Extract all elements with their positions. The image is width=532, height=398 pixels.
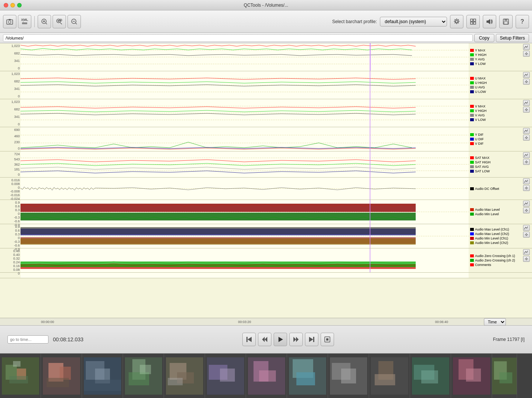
timeline-labels: 00:00:00 00:03:20 00:06:40 [21, 320, 469, 324]
skip-start-button[interactable] [242, 333, 256, 346]
audio-zero-chart-icon[interactable] [523, 249, 530, 255]
export-button[interactable] [321, 333, 334, 346]
goto-input[interactable] [7, 335, 48, 344]
u-channel-chart: 1,023 682 341 0 U MAX U HI [0, 71, 532, 99]
sat-settings-btn[interactable] [523, 159, 530, 165]
zoom-out-button[interactable] [67, 15, 81, 28]
thumbnail-13[interactable] [492, 354, 517, 398]
thumbnail-11[interactable] [410, 354, 451, 398]
svg-line-12 [60, 22, 62, 24]
y-channel-controls [521, 43, 532, 71]
svg-rect-163 [375, 374, 395, 385]
help-button[interactable]: ? [516, 15, 529, 28]
thumbnail-4[interactable] [123, 354, 164, 398]
thumbnail-12[interactable] [451, 354, 492, 398]
thumbnails-bar [0, 353, 532, 398]
audio-level-ch-settings-btn[interactable] [523, 232, 530, 238]
v-chart-icon[interactable] [523, 100, 530, 106]
window-controls[interactable] [4, 3, 22, 7]
u-chart-icon[interactable] [523, 72, 530, 78]
zoom-in-button[interactable] [38, 15, 51, 28]
close-btn[interactable] [4, 3, 8, 7]
skip-end-button[interactable] [305, 333, 318, 346]
thumbnail-7[interactable] [246, 354, 287, 398]
play-button[interactable] [274, 333, 287, 346]
audio-dc-settings-btn[interactable] [523, 185, 530, 191]
sat-controls [521, 151, 532, 177]
svg-point-44 [526, 81, 527, 82]
svg-rect-132 [13, 361, 21, 367]
minimize-btn[interactable] [10, 3, 15, 7]
save-button[interactable] [499, 15, 513, 28]
y-settings-btn[interactable] [523, 51, 530, 57]
svg-rect-23 [473, 22, 476, 24]
thumbnail-10[interactable] [369, 354, 410, 398]
audio-dc-chart-icon[interactable] [523, 178, 530, 184]
svg-marker-123 [296, 337, 299, 342]
svg-rect-144 [140, 365, 151, 374]
maximize-btn[interactable] [17, 3, 22, 7]
v-settings-btn[interactable] [523, 107, 530, 113]
audio-zero-controls [521, 248, 532, 272]
y-chart-icon[interactable] [523, 44, 530, 50]
svg-point-81 [526, 187, 527, 189]
xml-button[interactable]: XML [18, 15, 31, 28]
settings-button[interactable] [450, 15, 463, 28]
profile-select[interactable]: default.json (system) [380, 17, 447, 26]
u-channel-labels: 1,023 682 341 0 [0, 71, 21, 99]
svg-point-34 [526, 53, 527, 54]
svg-marker-118 [248, 337, 252, 342]
toolbar-right: Select barchart profile: default.json (s… [332, 15, 529, 28]
step-back-button[interactable] [258, 333, 271, 346]
u-settings-btn[interactable] [523, 79, 530, 85]
screenshot-button[interactable] [3, 15, 16, 28]
zoom-in-more-button[interactable] [53, 15, 66, 28]
thumbnail-1[interactable] [0, 354, 41, 398]
step-forward-button[interactable] [289, 333, 303, 346]
audio-dc-legend: Audio DC Offset [469, 178, 521, 200]
audio-level-chart: 0.9 0.6 0.3 0 -0.3 -0.6 -0.9 [0, 200, 532, 224]
audio-level-controls [521, 200, 532, 224]
yuv-settings-btn[interactable] [523, 135, 530, 141]
profile-label: Select barchart profile: [332, 19, 377, 24]
thumbnail-3[interactable] [82, 354, 123, 398]
sat-labels: 724 543 362 181 0 [0, 151, 21, 177]
path-input[interactable] [3, 34, 473, 42]
thumbnail-8[interactable] [287, 354, 328, 398]
time-dropdown[interactable]: Time [484, 318, 506, 326]
audio-dc-labels: 0.016 0.008 0 -0.008 -0.016 -0.024 [0, 178, 21, 200]
title-bar: QCTools - /Volumes/... [0, 0, 532, 10]
svg-marker-101 [21, 238, 416, 245]
thumbnail-6[interactable] [205, 354, 246, 398]
svg-rect-4 [23, 22, 24, 23]
audio-button[interactable] [483, 15, 496, 28]
thumbnail-9[interactable] [328, 354, 369, 398]
sat-chart-icon[interactable] [523, 152, 530, 158]
audio-level-ch-chart-icon[interactable] [523, 225, 530, 231]
timeline-bar: 00:00:00 00:03:20 00:06:40 Time [0, 318, 532, 325]
svg-rect-27 [504, 19, 507, 21]
thumbnail-2[interactable] [41, 354, 82, 398]
audio-level-chart-icon[interactable] [523, 201, 530, 207]
audio-level-settings-btn[interactable] [523, 207, 530, 213]
audio-zero-settings-btn[interactable] [523, 256, 530, 262]
layout-button[interactable] [466, 15, 480, 28]
y-channel-labels: 1,023 682 341 0 [0, 43, 21, 71]
svg-point-54 [526, 109, 527, 110]
thumbnail-5[interactable] [164, 354, 205, 398]
v-channel-controls [521, 99, 532, 127]
y-channel-chart: 1,023 682 341 0 [0, 43, 532, 71]
copy-button[interactable]: Copy [474, 34, 494, 42]
v-channel-chart: 1,023 682 341 0 V MAX V HI [0, 99, 532, 127]
yuv-diff-controls [521, 127, 532, 151]
yuv-chart-icon[interactable] [523, 128, 530, 134]
audio-level-ch-chart: 0.9 0.6 0.3 0 -0.3 -0.6 -0.9 [0, 224, 532, 248]
svg-line-18 [76, 23, 77, 24]
yuv-diff-legend: Y DIF U DIF V DIF [469, 127, 521, 151]
svg-rect-157 [296, 372, 315, 385]
v-channel-labels: 1,023 682 341 0 [0, 99, 21, 127]
toolbar-sep1 [34, 16, 35, 27]
u-channel-canvas [21, 71, 469, 99]
svg-rect-22 [470, 22, 473, 24]
setup-filters-button[interactable]: Setup Filters [496, 34, 529, 42]
